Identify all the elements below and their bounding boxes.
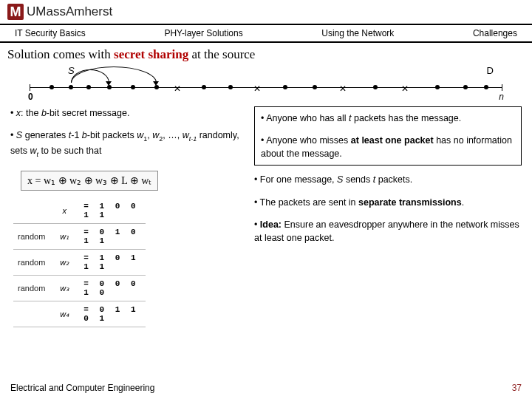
node-dot [107, 85, 112, 89]
bullet-s-gen: • S generates t-1 b-bit packets w1, w2, … [10, 129, 247, 159]
logo-mark: M [7, 4, 24, 20]
tab-it-security[interactable]: IT Security Basics [15, 28, 86, 38]
node-dot [463, 85, 468, 89]
table-row: x= 1 0 0 1 1 [13, 198, 146, 224]
page-number: 37 [512, 383, 522, 393]
slide-title: Solution comes with secret sharing at th… [0, 43, 532, 64]
logo-text: UMassAmherst [27, 4, 112, 19]
cross-icon: ✕ [253, 83, 261, 94]
tick [30, 84, 30, 91]
cross-icon: ✕ [401, 83, 409, 94]
table-row: randomw₂= 1 0 1 1 1 [13, 250, 146, 276]
footer-dept: Electrical and Computer Engineering [10, 383, 154, 393]
table-row: randomw₃= 0 0 0 1 0 [13, 276, 146, 301]
node-dot [313, 85, 317, 89]
cross-icon: ✕ [174, 83, 181, 94]
node-s-label: S [68, 65, 75, 76]
footer: Electrical and Computer Engineering 37 [10, 383, 522, 393]
axis-line [30, 87, 502, 88]
section-tabs: IT Security Basics PHY-layer Solutions U… [0, 25, 532, 41]
tab-challenges[interactable]: Challenges [473, 28, 517, 38]
node-dot [69, 85, 73, 89]
node-d-label: D [487, 65, 494, 76]
bits-table: x= 1 0 0 1 1 randomw₁= 0 1 0 1 1 randomw… [13, 198, 146, 327]
axis-n: n [499, 92, 504, 102]
cross-icon: ✕ [339, 83, 347, 94]
right-column: • Anyone who has all t packets has the m… [254, 106, 522, 327]
node-dot [50, 85, 54, 89]
bullet-miss-one: • Anyone who misses at least one packet … [261, 134, 515, 160]
hop-arc [71, 66, 157, 83]
left-column: • x: the b-bit secret message. • S gener… [10, 106, 247, 327]
xor-equation: x = w₁ ⊕ w₂ ⊕ w₃ ⊕ L ⊕ wₜ [21, 171, 158, 191]
bullet-x-def: • x: the b-bit secret message. [10, 106, 247, 120]
node-dot [154, 85, 159, 89]
tab-using-network[interactable]: Using the Network [321, 28, 394, 38]
node-dot [373, 85, 378, 89]
tick [502, 84, 502, 91]
node-dot [202, 85, 206, 89]
node-dot [283, 85, 287, 89]
node-dot [131, 85, 135, 89]
node-dot [484, 85, 488, 89]
bullet-send-t: • For one message, S sends t packets. [254, 173, 522, 186]
node-dot [435, 85, 440, 89]
bullet-idea: • Idea: Ensure an eavesdropper anywhere … [254, 218, 522, 245]
tab-phy-layer[interactable]: PHY-layer Solutions [164, 28, 242, 38]
table-row: w₄= 0 1 1 0 1 [13, 301, 146, 327]
header-logo: M UMassAmherst [0, 0, 532, 24]
axis-zero: 0 [28, 92, 33, 102]
node-dot [228, 85, 233, 89]
table-row: randomw₁= 0 1 0 1 1 [13, 224, 146, 250]
bullet-separate: • The packets are sent in separate trans… [254, 196, 522, 209]
content-columns: • x: the b-bit secret message. • S gener… [0, 106, 532, 327]
bullet-all-t: • Anyone who has all t packets has the m… [261, 112, 515, 125]
key-properties-box: • Anyone who has all t packets has the m… [254, 106, 522, 166]
node-dot [86, 85, 91, 89]
network-diagram: S D ✕ ✕ ✕ ✕ 0 n [30, 65, 502, 102]
